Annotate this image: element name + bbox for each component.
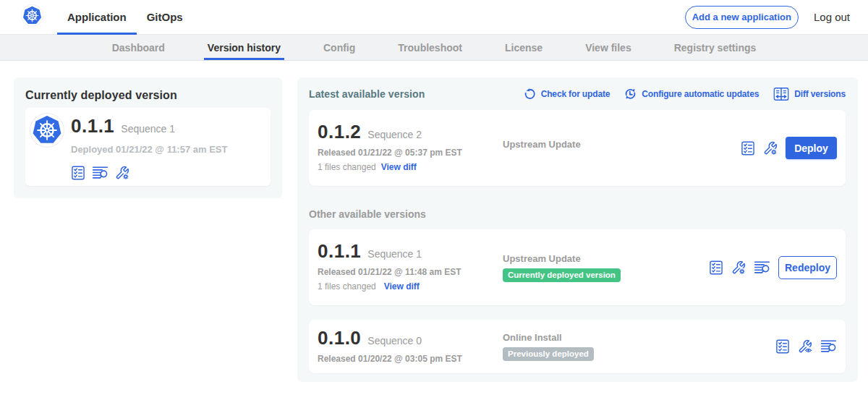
deployed-version-number: 0.1.1 — [71, 118, 114, 134]
released-timestamp: Released 01/21/22 @ 11:48 am EST — [318, 267, 503, 277]
available-versions-panel: Latest available version Check for updat… — [297, 77, 858, 382]
configure-automatic-updates-label: Configure automatic updates — [642, 89, 759, 99]
app-icon kubernetes-logo-icon — [30, 113, 64, 148]
refresh-icon — [524, 88, 536, 100]
currently-deployed-title: Currently deployed version — [25, 89, 271, 102]
version-source: Upstream Update Currently deployed versi… — [503, 253, 709, 282]
files-changed-line: 1 files changed View diff — [318, 281, 503, 292]
version-number: 0.1.0 — [318, 330, 361, 346]
main-content: Currently deployed version 0.1.1 Sequenc… — [0, 61, 868, 382]
edit-config-icon[interactable] — [731, 260, 746, 275]
subnav-item-view-files[interactable]: View files — [582, 35, 635, 60]
released-timestamp: Released 01/21/22 @ 05:37 pm EST — [318, 148, 503, 158]
files-changed-line: 1 files changed View diff — [318, 162, 503, 172]
badge-row: Previously deployed — [503, 343, 775, 361]
preflight-checks-icon[interactable] — [71, 166, 85, 180]
sync-clock-icon — [624, 88, 637, 100]
version-info: 0.1.1 Sequence 1 Released 01/21/22 @ 11:… — [318, 243, 503, 292]
diff-versions-label: Diff versions — [794, 89, 846, 99]
diff-versions-link[interactable]: Diff versions — [773, 88, 846, 101]
currently-deployed-card: Currently deployed version 0.1.1 Sequenc… — [14, 77, 282, 198]
configure-automatic-updates-link[interactable]: Configure automatic updates — [624, 88, 759, 100]
other-available-title: Other available versions — [309, 208, 846, 220]
deployed-timestamp: Deployed 01/21/22 @ 11:57 am EST — [71, 144, 227, 155]
badge-row: Currently deployed version — [503, 264, 709, 282]
topbar-tabs: Application GitOps — [57, 0, 193, 34]
sequence-label: Sequence 0 — [367, 335, 422, 347]
version-actions: Redeploy — [709, 256, 837, 279]
topbar-right: Add a new application Log out — [685, 0, 850, 34]
subnav-item-version-history[interactable]: Version history — [204, 35, 284, 60]
update-actions: Check for update Configure automatic upd… — [524, 88, 846, 101]
tab-gitops-label: GitOps — [147, 11, 183, 23]
version-line: 0.1.1 Sequence 1 — [318, 243, 503, 260]
version-info: 0.1.2 Sequence 2 Released 01/21/22 @ 05:… — [318, 124, 503, 172]
add-application-button[interactable]: Add a new application — [685, 6, 799, 29]
topbar: Application GitOps Add a new application… — [0, 0, 868, 35]
edit-config-icon[interactable] — [763, 141, 778, 156]
latest-available-title: Latest available version — [309, 88, 425, 100]
version-row-0.1.2: 0.1.2 Sequence 2 Released 01/21/22 @ 05:… — [309, 110, 846, 186]
subnav: Dashboard Version history Config Trouble… — [0, 35, 868, 61]
deployed-action-icons — [71, 166, 227, 180]
files-changed-label: 1 files changed — [318, 162, 376, 172]
subnav-item-license[interactable]: License — [501, 35, 546, 60]
released-timestamp: Released 01/20/22 @ 03:05 pm EST — [318, 354, 503, 364]
check-for-update-label: Check for update — [541, 89, 610, 99]
latest-available-header: Latest available version Check for updat… — [309, 88, 846, 100]
deploy-logs-icon[interactable] — [754, 260, 770, 275]
version-number: 0.1.2 — [318, 124, 361, 140]
version-line: 0.1.2 Sequence 2 — [318, 124, 503, 140]
tab-gitops[interactable]: GitOps — [137, 0, 193, 34]
view-diff-link[interactable]: View diff — [381, 162, 417, 172]
version-number: 0.1.1 — [318, 243, 361, 259]
subnav-item-dashboard[interactable]: Dashboard — [109, 35, 169, 60]
files-changed-label: 1 files changed — [318, 281, 376, 292]
subnav-item-troubleshoot[interactable]: Troubleshoot — [394, 35, 466, 60]
version-row-0.1.0: 0.1.0 Sequence 0 Released 01/20/22 @ 03:… — [309, 320, 846, 373]
version-info: 0.1.0 Sequence 0 Released 01/20/22 @ 03:… — [318, 330, 503, 364]
edit-config-icon[interactable] — [115, 166, 129, 180]
preflight-checks-icon[interactable] — [709, 260, 723, 275]
view-diff-link[interactable]: View diff — [384, 281, 420, 292]
check-for-update-link[interactable]: Check for update — [524, 88, 610, 100]
preflight-checks-icon[interactable] — [775, 339, 790, 354]
deploy-logs-icon[interactable] — [92, 166, 109, 180]
diff-columns-icon — [773, 88, 789, 101]
previously-deployed-badge: Previously deployed — [503, 347, 594, 361]
subnav-item-registry-settings[interactable]: Registry settings — [671, 35, 760, 60]
deployed-version-card: 0.1.1 Sequence 1 Deployed 01/21/22 @ 11:… — [25, 108, 271, 186]
tab-application[interactable]: Application — [57, 0, 137, 34]
version-actions — [775, 339, 837, 354]
deployed-version-info: 0.1.1 Sequence 1 Deployed 01/21/22 @ 11:… — [71, 113, 227, 180]
subnav-item-config[interactable]: Config — [320, 35, 359, 60]
tab-application-label: Application — [67, 11, 127, 23]
deployed-sequence-label: Sequence 1 — [121, 123, 175, 135]
source-label: Upstream Update — [503, 253, 709, 264]
version-line: 0.1.1 Sequence 1 — [71, 118, 227, 135]
version-actions: Deploy — [741, 137, 837, 159]
version-row-0.1.1: 0.1.1 Sequence 1 Released 01/21/22 @ 11:… — [309, 229, 846, 305]
view-config-icon[interactable] — [798, 339, 812, 354]
sequence-label: Sequence 1 — [367, 248, 422, 260]
redeploy-button[interactable]: Redeploy — [778, 256, 837, 279]
logout-link[interactable]: Log out — [814, 11, 850, 23]
kubernetes-logo-icon — [21, 4, 43, 27]
version-line: 0.1.0 Sequence 0 — [318, 330, 503, 347]
version-source: Online Install Previously deployed — [503, 332, 775, 361]
deploy-logs-icon[interactable] — [820, 339, 837, 354]
source-label: Online Install — [503, 332, 775, 343]
source-label: Upstream Update — [503, 139, 741, 150]
currently-deployed-badge: Currently deployed version — [503, 268, 621, 282]
sequence-label: Sequence 2 — [367, 129, 422, 140]
deploy-button[interactable]: Deploy — [786, 137, 837, 159]
preflight-checks-icon[interactable] — [741, 141, 755, 156]
version-source: Upstream Update — [503, 139, 741, 150]
